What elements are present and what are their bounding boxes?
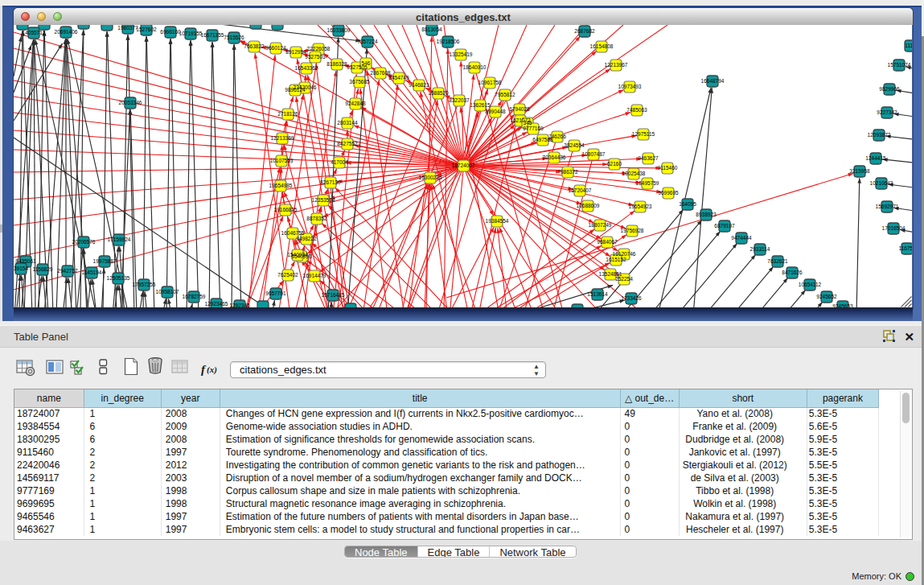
svg-text:16154808: 16154808 — [590, 43, 614, 49]
svg-text:8990448: 8990448 — [485, 109, 506, 114]
svg-text:f: f — [201, 363, 207, 376]
svg-text:9245653: 9245653 — [832, 303, 853, 307]
svg-text:1513614: 1513614 — [587, 291, 608, 297]
svg-text:164095: 164095 — [679, 201, 696, 207]
svg-text:2718126: 2718126 — [277, 111, 298, 117]
svg-text:10961758: 10961758 — [478, 80, 502, 85]
svg-text:7986372: 7986372 — [557, 169, 578, 175]
svg-text:12923465: 12923465 — [205, 301, 228, 307]
svg-text:9115460: 9115460 — [658, 165, 678, 171]
svg-text:15692971: 15692971 — [876, 204, 899, 209]
svg-text:18640910: 18640910 — [463, 64, 487, 70]
svg-text:1292346: 1292346 — [229, 303, 250, 307]
svg-text:9657791: 9657791 — [265, 290, 286, 296]
svg-text:3675685: 3675685 — [349, 79, 370, 84]
svg-text:417004: 417004 — [331, 159, 348, 165]
svg-text:18807249: 18807249 — [589, 222, 612, 228]
svg-text:15716485: 15716485 — [322, 292, 345, 298]
svg-text:10107553: 10107553 — [270, 158, 294, 163]
svg-text:16914479: 16914479 — [303, 273, 326, 278]
svg-text:9699695: 9699695 — [658, 190, 679, 196]
svg-text:7485063: 7485063 — [626, 107, 647, 113]
svg-text:20364436: 20364436 — [543, 154, 566, 160]
svg-text:10025438: 10025438 — [622, 171, 646, 176]
svg-text:1244415: 1244415 — [865, 155, 886, 161]
svg-text:20053346: 20053346 — [119, 100, 142, 105]
svg-text:16120746: 16120746 — [613, 251, 636, 257]
svg-text:1156829: 1156829 — [33, 266, 53, 272]
svg-text:9245652: 9245652 — [816, 294, 837, 299]
svg-text:1588520: 1588520 — [428, 90, 449, 96]
svg-text:252254: 252254 — [615, 276, 633, 282]
svg-text:16033809: 16033809 — [327, 27, 351, 33]
svg-text:19975887: 19975887 — [93, 258, 117, 264]
svg-text:116753: 116753 — [898, 245, 912, 251]
svg-text:18724007: 18724007 — [452, 163, 475, 168]
svg-text:1527602: 1527602 — [136, 27, 157, 32]
svg-text:2803144: 2803144 — [337, 120, 358, 126]
svg-text:9474444: 9474444 — [731, 235, 752, 241]
svg-text:8813054: 8813054 — [421, 27, 442, 32]
svg-text:16046755: 16046755 — [281, 230, 305, 236]
svg-text:7515526: 7515526 — [224, 35, 244, 40]
svg-text:6497568: 6497568 — [532, 137, 553, 142]
svg-text:1980377: 1980377 — [117, 25, 138, 31]
svg-text:7632621: 7632621 — [767, 258, 788, 264]
svg-text:20691406: 20691406 — [55, 29, 78, 35]
svg-text:1615152: 1615152 — [606, 257, 626, 262]
svg-text:17159924: 17159924 — [108, 237, 131, 242]
svg-text:9660124: 9660124 — [265, 45, 286, 51]
svg-text:3215958: 3215958 — [849, 168, 870, 174]
svg-text:22226058: 22226058 — [307, 46, 331, 51]
svg-text:8938923: 8938923 — [696, 212, 717, 217]
svg-text:10210643: 10210643 — [870, 180, 893, 186]
svg-text:7625402: 7625402 — [277, 272, 298, 278]
svg-text:16671355: 16671355 — [201, 32, 224, 38]
svg-text:17957255: 17957255 — [133, 282, 156, 287]
svg-text:19384554: 19384554 — [486, 218, 509, 224]
svg-text:8454749: 8454749 — [388, 75, 409, 80]
svg-text:(x): (x) — [207, 365, 217, 375]
svg-text:1540934: 1540934 — [287, 252, 308, 257]
svg-text:12213369: 12213369 — [271, 135, 294, 141]
svg-text:9463627: 9463627 — [638, 155, 659, 161]
svg-text:6879197: 6879197 — [714, 223, 735, 229]
svg-text:17016504: 17016504 — [882, 225, 906, 231]
svg-text:18495759: 18495759 — [636, 180, 659, 186]
svg-text:8186328: 8186328 — [326, 61, 347, 67]
svg-text:7663822: 7663822 — [244, 43, 265, 49]
svg-text:2933114: 2933114 — [750, 246, 770, 252]
svg-text:9829966: 9829966 — [879, 86, 900, 92]
svg-text:16648794: 16648794 — [701, 78, 725, 84]
svg-text:10958107: 10958107 — [156, 289, 179, 295]
svg-text:9242848: 9242848 — [345, 101, 366, 106]
svg-text:8878352: 8878352 — [306, 216, 327, 221]
svg-text:2687682: 2687682 — [574, 28, 595, 34]
svg-text:15300215: 15300215 — [419, 175, 442, 180]
svg-text:10688609: 10688609 — [577, 203, 600, 208]
svg-text:9227342: 9227342 — [877, 109, 897, 115]
svg-text:2942757: 2942757 — [57, 268, 78, 274]
svg-text:1733426: 1733426 — [621, 295, 642, 301]
svg-text:345: 345 — [524, 120, 532, 126]
svg-text:7955812: 7955812 — [495, 92, 515, 97]
svg-text:39154: 39154 — [14, 266, 28, 271]
svg-text:16543362: 16543362 — [295, 65, 318, 71]
svg-text:9146821: 9146821 — [409, 82, 429, 88]
svg-text:1145194: 1145194 — [82, 270, 102, 275]
svg-text:20206576: 20206576 — [72, 239, 96, 245]
svg-text:12975115: 12975115 — [632, 131, 655, 137]
svg-text:8435061: 8435061 — [15, 258, 36, 264]
svg-text:19756928: 19756928 — [621, 228, 644, 233]
svg-text:2867608: 2867608 — [370, 70, 391, 76]
svg-text:9684067: 9684067 — [597, 239, 618, 245]
svg-text:546: 546 — [362, 60, 371, 66]
svg-text:19166825: 19166825 — [274, 207, 298, 212]
svg-text:19218506: 19218506 — [437, 39, 460, 44]
svg-text:8267130: 8267130 — [320, 179, 341, 185]
svg-text:9777169: 9777169 — [523, 126, 544, 131]
svg-text:9498222: 9498222 — [296, 236, 317, 241]
svg-text:10654112: 10654112 — [799, 282, 822, 287]
svg-text:8471626: 8471626 — [782, 270, 803, 275]
svg-text:14055712: 14055712 — [23, 30, 46, 35]
